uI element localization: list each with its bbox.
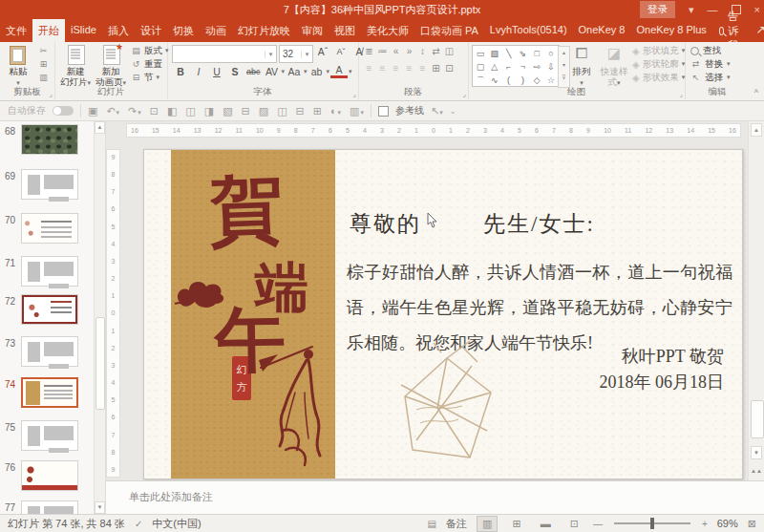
clipboard-dialog-launcher[interactable]: ⌟ xyxy=(49,90,53,98)
start-from-current-slide-icon[interactable]: ⊡ xyxy=(150,105,159,117)
slideshow-view-button[interactable]: ⊡ xyxy=(565,517,584,531)
font-dialog-launcher[interactable]: ⌟ xyxy=(352,90,356,98)
align-objects-bottom-icon[interactable]: ▨ xyxy=(259,105,268,117)
tab-review[interactable]: 审阅 xyxy=(296,19,329,42)
tab-meihua-dashi[interactable]: 美化大师 xyxy=(361,19,414,42)
change-case-icon-caret[interactable]: ▾ xyxy=(304,68,308,75)
shape-2-4[interactable]: ◇ xyxy=(531,74,542,87)
character-spacing-icon[interactable]: AV xyxy=(264,65,281,78)
justify-icon[interactable]: ≡ xyxy=(403,63,415,74)
tab-tell-me[interactable]: 告诉我 xyxy=(712,19,749,42)
grow-font-icon[interactable]: Aˆ xyxy=(314,45,331,58)
slide-sorter-view-button[interactable]: ⊞ xyxy=(507,517,525,531)
shape-0-5[interactable]: ○ xyxy=(545,47,557,60)
indent-increase-icon[interactable]: » xyxy=(403,46,415,56)
close-button[interactable]: × xyxy=(754,0,760,19)
shape-1-0[interactable]: ▢ xyxy=(475,60,486,74)
section-button[interactable]: ⊟节▾ xyxy=(131,71,169,84)
tab-pocket-animation[interactable]: 口袋动画 PA xyxy=(414,19,484,42)
redo-icon-caret[interactable]: ▾ xyxy=(138,109,141,116)
text-direction-icon[interactable]: ⇄ xyxy=(430,46,442,56)
select-button[interactable]: ↖选择▾ xyxy=(690,71,731,84)
notes-pane[interactable]: 单击此处添加备注 xyxy=(106,480,764,515)
slide-canvas[interactable]: 幻方 xyxy=(143,149,743,479)
tab-animations[interactable]: 动画 xyxy=(200,19,232,42)
italic-icon[interactable]: I xyxy=(190,65,207,78)
shape-1-3[interactable]: ¬ xyxy=(517,60,528,74)
align-center-icon[interactable]: ≡ xyxy=(376,63,389,74)
group-objects-icon[interactable]: ⊞ xyxy=(313,105,322,117)
shape-0-4[interactable]: □ xyxy=(531,47,542,60)
new-animation-page-button[interactable]: ★ 新加动画页▾ xyxy=(95,44,127,88)
scrollbar-thumb[interactable] xyxy=(751,400,764,438)
zoom-in-icon[interactable]: + xyxy=(702,519,708,529)
tab-slide-show[interactable]: 幻灯片放映 xyxy=(232,19,296,42)
indent-decrease-icon[interactable]: « xyxy=(390,46,402,56)
font-name-combo[interactable]: ▾ xyxy=(172,45,277,63)
slide-thumbnail-71[interactable] xyxy=(21,256,78,287)
undo-icon[interactable]: ↶ ▾ xyxy=(106,105,119,117)
font-color-icon[interactable]: A xyxy=(330,65,348,78)
paste-button[interactable]: 粘贴▾ xyxy=(2,44,34,88)
shape-0-3[interactable]: ⇘ xyxy=(517,47,528,60)
distribute-horizontal-icon[interactable]: ◫ xyxy=(277,105,286,117)
font-size-combo[interactable]: 32▾ xyxy=(279,45,313,63)
autosave-toggle[interactable] xyxy=(53,106,74,116)
scroll-up-icon[interactable]: ▲ xyxy=(751,123,762,137)
shape-2-0[interactable]: ⌒ xyxy=(475,74,486,87)
reset-button[interactable]: ↺重置 xyxy=(131,57,169,71)
replace-button[interactable]: ⇄替换▾ xyxy=(690,57,731,71)
paragraph-dialog-launcher[interactable]: ⌟ xyxy=(462,90,466,98)
shape-1-1[interactable]: △ xyxy=(489,60,500,74)
strikethrough-icon[interactable]: abc xyxy=(244,66,263,77)
slide-thumbnail-77[interactable] xyxy=(21,500,78,514)
qat-overflow-icon[interactable]: ⌄ xyxy=(450,107,456,116)
undo-icon-caret[interactable]: ▾ xyxy=(117,109,120,116)
spell-check-icon[interactable]: ✓ xyxy=(135,519,142,529)
align-objects-center-icon[interactable]: ◫ xyxy=(185,105,195,117)
line-spacing-icon[interactable]: ↕ xyxy=(416,46,429,56)
cut-button[interactable]: ✂ xyxy=(38,44,49,57)
underline-icon[interactable]: U xyxy=(208,65,225,78)
shape-gallery[interactable]: ▭▧╲⇘□○▢△⌐¬⇨⇩⌒∿()◇☆▴▾⊽ xyxy=(472,45,560,87)
previous-slide-icon[interactable]: ▲▲ xyxy=(751,465,762,479)
align-right-icon[interactable]: ≡ xyxy=(390,63,402,74)
tab-transitions[interactable]: 切换 xyxy=(167,19,200,42)
reading-view-button[interactable]: ▬ xyxy=(536,517,556,530)
new-slide-button[interactable]: 新建幻灯片▾ xyxy=(59,44,92,88)
shape-outline-button[interactable]: ◈形状轮廓▾ xyxy=(632,57,685,71)
tab-view[interactable]: 视图 xyxy=(329,19,361,42)
shape-1-4[interactable]: ⇨ xyxy=(531,60,542,74)
redo-icon[interactable]: ↷ ▾ xyxy=(128,105,141,117)
shape-effects-button[interactable]: ◈形状效果▾ xyxy=(632,71,685,84)
format-painter-button[interactable]: ▥ xyxy=(38,71,49,84)
shape-0-2[interactable]: ╲ xyxy=(503,47,515,60)
slide-thumbnail-68[interactable] xyxy=(21,124,78,155)
shrink-font-icon[interactable]: Aˇ xyxy=(332,46,350,57)
notes-toggle-button[interactable]: 备注 xyxy=(446,517,467,531)
vertical-scrollbar[interactable]: ▲ ▼ ▲▲ ▼▼ xyxy=(748,121,764,499)
find-button[interactable]: 查找 xyxy=(690,44,731,57)
slide-thumbnail-69[interactable] xyxy=(21,169,78,200)
arrange-button[interactable]: ⧠ 排列▾ xyxy=(565,44,598,88)
tab-design[interactable]: 设计 xyxy=(135,19,167,42)
signature-line1[interactable]: 秋叶PPT 敬贺 xyxy=(622,345,724,368)
highlight-color-icon[interactable]: ab xyxy=(308,65,326,78)
character-spacing-icon-caret[interactable]: ▾ xyxy=(282,68,286,75)
shape-2-2[interactable]: ( xyxy=(503,74,515,87)
shape-1-5[interactable]: ⇩ xyxy=(545,60,557,74)
numbering-icon[interactable]: ≔ xyxy=(376,46,389,56)
share-icon[interactable]: ↗ xyxy=(749,19,764,42)
festival-banner-panel[interactable]: 幻方 xyxy=(171,150,335,479)
distribute-vertical-icon[interactable]: ⊟ xyxy=(296,105,305,117)
tab-islide[interactable]: iSlide xyxy=(65,19,102,42)
fit-to-window-icon[interactable]: ⊠ xyxy=(748,518,756,530)
zoom-slider[interactable] xyxy=(614,522,690,524)
font-color-icon-caret[interactable]: ▾ xyxy=(349,68,352,75)
login-button[interactable]: 登录 xyxy=(640,1,675,18)
quick-styles-button[interactable]: ◪ 快速样式▾ xyxy=(598,44,630,88)
tab-lvyhtools[interactable]: LvyhTools(0514) xyxy=(484,19,573,42)
collapse-ribbon-icon[interactable]: ^ xyxy=(754,88,758,97)
shape-0-1[interactable]: ▧ xyxy=(489,47,500,60)
tab-onekey-8[interactable]: OneKey 8 xyxy=(573,19,631,42)
